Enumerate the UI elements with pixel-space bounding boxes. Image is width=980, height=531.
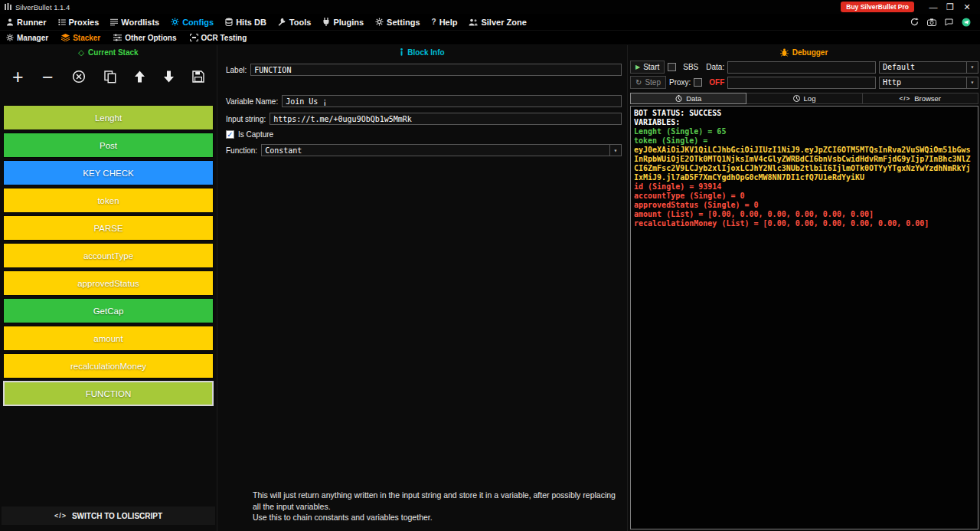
submenu-ocr-testing[interactable]: OCR Testing — [190, 34, 247, 42]
log-line: eyJ0eXAiOiJKV1QiLCJhbGciOiJIUzI1NiJ9.eyJ… — [634, 146, 975, 182]
telegram-icon[interactable] — [962, 18, 971, 27]
log-line: token (Single) = — [634, 136, 975, 146]
add-block-button[interactable]: + — [12, 69, 24, 84]
move-down-button[interactable] — [164, 70, 174, 83]
is-capture-checkbox[interactable]: ✓ — [226, 130, 234, 139]
silver-zone-icon — [469, 18, 478, 26]
log-line: BOT STATUS: SUCCESS — [634, 109, 975, 118]
proxy-checkbox[interactable] — [694, 78, 702, 87]
remove-block-button[interactable]: − — [42, 69, 54, 84]
wordlist-type-dropdown[interactable]: Default ▾ — [879, 61, 978, 74]
log-line: amount (List) = [0.00, 0.00, 0.00, 0.00,… — [634, 210, 975, 219]
check-icon: ✓ — [227, 130, 233, 139]
debugger-tabs: Data Log </> Browser — [630, 93, 978, 104]
sbs-label: SBS — [683, 63, 698, 71]
menu-plugins[interactable]: Plugins — [322, 18, 364, 27]
menu-hits-db[interactable]: Hits DB — [225, 18, 266, 27]
submenu-other-options[interactable]: Other Options — [113, 34, 176, 42]
save-icon[interactable] — [192, 70, 204, 83]
is-capture-label: Is Capture — [238, 130, 273, 139]
proxy-state: OFF — [709, 78, 724, 87]
camera-icon[interactable] — [927, 18, 936, 26]
stack-block[interactable]: Lenght — [3, 105, 214, 130]
maximize-button[interactable]: ❒ — [942, 0, 959, 14]
step-button[interactable]: ↻ Step — [630, 76, 666, 89]
chevron-down-icon: ▾ — [609, 145, 621, 156]
titlebar: SilverBullet 1.1.4 Buy SilverBullet Pro … — [0, 0, 980, 14]
switch-to-loliscript-button[interactable]: </> SWITCH TO LOLISCRIPT — [2, 506, 215, 525]
close-button[interactable]: ✕ — [959, 0, 975, 14]
debug-proxy-input[interactable] — [727, 77, 876, 89]
menu-tools[interactable]: Tools — [278, 18, 312, 27]
stack-block[interactable]: token — [3, 188, 214, 213]
debug-data-input[interactable] — [727, 61, 876, 74]
settings-icon — [375, 18, 384, 26]
stack-block-list: Lenght Post KEY CHECK token PARSE accoun… — [0, 94, 217, 408]
function-dropdown[interactable]: Constant ▾ — [261, 144, 622, 156]
minimize-button[interactable]: — — [925, 0, 942, 14]
stack-block[interactable]: recalculationMoney — [3, 353, 214, 379]
play-icon: ▶ — [635, 64, 640, 70]
database-icon — [225, 18, 233, 26]
stacker-icon — [61, 34, 70, 41]
log-line: approvedStatus (Single) = 0 — [634, 201, 975, 210]
stack-block[interactable]: approvedStatus — [3, 270, 214, 296]
stack-block[interactable]: PARSE — [3, 215, 214, 241]
debugger-controls: ▶ Start SBS Data: Default ▾ ↻ Step Proxy… — [628, 59, 980, 91]
main-menu: Runner Proxies Wordlists Configs Hits DB… — [0, 14, 980, 31]
stack-block[interactable]: GetCap — [3, 298, 214, 323]
menu-configs[interactable]: Configs — [171, 18, 214, 27]
chevron-down-icon: ▾ — [966, 77, 978, 88]
sync-icon[interactable] — [910, 18, 919, 26]
help-icon: ? — [432, 18, 436, 26]
sliders-icon — [113, 34, 122, 41]
chevron-down-icon: ▾ — [966, 62, 978, 73]
function-help-text: This will just return anything written i… — [217, 490, 627, 531]
stack-block[interactable]: accountType — [3, 243, 214, 268]
log-line: Lenght (Single) = 65 — [634, 127, 975, 136]
debugger-log[interactable]: BOT STATUS: SUCCESS VARIABLES: Lenght (S… — [630, 106, 978, 529]
clone-block-button[interactable] — [104, 70, 116, 84]
menu-proxies[interactable]: Proxies — [58, 18, 100, 27]
code-icon: </> — [54, 512, 67, 520]
variable-name-label: Variable Name: — [226, 97, 278, 106]
stack-block[interactable]: Post — [3, 133, 214, 158]
menu-runner[interactable]: Runner — [6, 18, 47, 27]
submenu-stacker[interactable]: Stacker — [61, 34, 100, 42]
menu-help[interactable]: ? Help — [432, 18, 458, 27]
label-field-input[interactable] — [250, 64, 622, 76]
clear-stack-button[interactable] — [72, 70, 86, 84]
log-line: accountType (Single) = 0 — [634, 192, 975, 201]
stack-toolbar: + − — [0, 59, 217, 94]
input-string-input[interactable] — [270, 113, 622, 125]
stack-block-selected[interactable]: FUNCTION — [3, 381, 214, 406]
label-field-label: Label: — [226, 66, 247, 74]
menu-settings[interactable]: Settings — [375, 18, 420, 27]
log-line: recalculationMoney (List) = [0.00, 0.00,… — [634, 219, 975, 228]
chat-icon[interactable] — [945, 18, 953, 26]
ocr-icon — [190, 34, 198, 41]
submenu-manager[interactable]: Manager — [6, 34, 48, 42]
stack-block[interactable]: amount — [3, 326, 214, 351]
buy-pro-button[interactable]: Buy SilverBullet Pro — [841, 2, 914, 12]
tab-log[interactable]: Log — [746, 93, 862, 104]
stopwatch-icon — [675, 95, 682, 102]
code-icon: </> — [900, 95, 911, 102]
input-string-label: Input string: — [226, 115, 266, 123]
start-button[interactable]: ▶ Start — [630, 61, 665, 74]
tab-data[interactable]: Data — [630, 93, 746, 104]
sbs-checkbox[interactable] — [668, 63, 676, 71]
block-info-header: Block Info — [217, 45, 627, 59]
log-line: VARIABLES: — [634, 118, 975, 127]
stack-block[interactable]: KEY CHECK — [3, 160, 214, 185]
bug-icon — [780, 48, 789, 57]
proxy-type-dropdown[interactable]: Http ▾ — [879, 77, 978, 89]
menu-silver-zone[interactable]: Silver Zone — [469, 18, 526, 27]
sub-menu: Manager Stacker Other Options OCR Testin… — [0, 31, 980, 45]
variable-name-input[interactable] — [282, 95, 622, 107]
move-up-button[interactable] — [135, 70, 145, 83]
plugins-icon — [322, 18, 330, 26]
menu-wordlists[interactable]: Wordlists — [110, 18, 159, 27]
block-info-panel: Block Info Label: Variable Name: Input s… — [217, 45, 627, 531]
tab-browser[interactable]: </> Browser — [863, 93, 978, 104]
